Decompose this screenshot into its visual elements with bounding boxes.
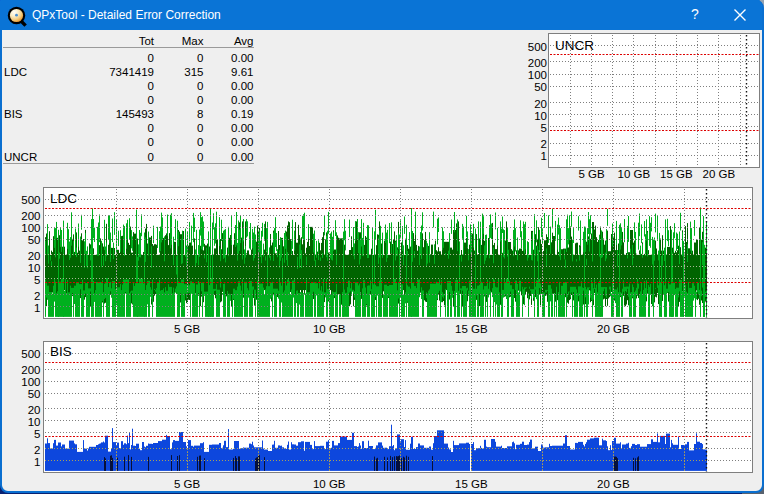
svg-text:5: 5 [34,274,40,286]
svg-text:0: 0 [148,136,154,148]
svg-text:2: 2 [34,290,40,302]
svg-text:5 GB: 5 GB [174,323,201,335]
svg-text:Max: Max [182,35,204,47]
svg-text:0.19: 0.19 [231,108,253,120]
svg-text:10 GB: 10 GB [313,323,346,335]
svg-text:9.61: 9.61 [231,66,253,78]
svg-text:200: 200 [21,364,40,376]
svg-text:Avg: Avg [234,35,254,47]
svg-text:100: 100 [21,376,40,388]
svg-text:LDC: LDC [4,66,27,78]
svg-text:BIS: BIS [4,108,23,120]
svg-text:1: 1 [541,150,547,162]
svg-text:5 GB: 5 GB [174,478,201,490]
svg-text:LDC: LDC [50,191,77,206]
svg-text:UNCR: UNCR [4,151,37,163]
svg-text:0: 0 [148,52,154,64]
svg-text:0.00: 0.00 [231,52,253,64]
svg-text:500: 500 [21,348,40,360]
svg-text:0: 0 [197,122,203,134]
svg-text:0: 0 [148,151,154,163]
svg-text:10: 10 [28,416,41,428]
svg-text:20: 20 [534,98,547,110]
svg-text:10 GB: 10 GB [618,168,651,180]
svg-text:1: 1 [34,302,40,314]
svg-text:1: 1 [34,456,40,468]
svg-text:500: 500 [21,194,40,206]
svg-text:0.00: 0.00 [231,94,253,106]
svg-text:50: 50 [534,81,547,93]
svg-text:8: 8 [197,108,203,120]
svg-text:0: 0 [148,122,154,134]
svg-text:10: 10 [534,110,547,122]
svg-text:20: 20 [28,404,41,416]
svg-text:0.00: 0.00 [231,151,253,163]
svg-text:0: 0 [197,52,203,64]
svg-text:0.00: 0.00 [231,80,253,92]
svg-text:20 GB: 20 GB [597,478,630,490]
svg-text:2: 2 [541,138,547,150]
svg-text:315: 315 [184,66,203,78]
svg-text:20: 20 [28,250,41,262]
svg-text:20 GB: 20 GB [597,323,630,335]
svg-text:145493: 145493 [116,108,154,120]
svg-text:50: 50 [28,234,41,246]
svg-text:200: 200 [21,210,40,222]
svg-text:200: 200 [528,57,547,69]
svg-text:0.00: 0.00 [231,136,253,148]
svg-text:UNCR: UNCR [555,38,594,53]
svg-text:5: 5 [541,122,547,134]
svg-text:0: 0 [148,94,154,106]
svg-text:0: 0 [197,136,203,148]
svg-text:15 GB: 15 GB [455,478,488,490]
svg-text:15 GB: 15 GB [660,168,693,180]
svg-text:0: 0 [197,94,203,106]
svg-text:100: 100 [21,222,40,234]
svg-text:15 GB: 15 GB [455,323,488,335]
svg-text:500: 500 [528,41,547,53]
svg-text:0: 0 [197,80,203,92]
svg-text:10: 10 [28,262,41,274]
svg-text:0.00: 0.00 [231,122,253,134]
svg-text:50: 50 [28,388,41,400]
svg-text:5 GB: 5 GB [578,168,605,180]
svg-text:7341419: 7341419 [109,66,154,78]
svg-text:5: 5 [34,428,40,440]
svg-text:10 GB: 10 GB [313,478,346,490]
svg-text:0: 0 [197,151,203,163]
svg-text:2: 2 [34,444,40,456]
svg-text:100: 100 [528,69,547,81]
svg-text:Tot: Tot [139,35,155,47]
svg-text:0: 0 [148,80,154,92]
svg-text:BIS: BIS [50,344,72,359]
svg-text:20 GB: 20 GB [702,168,735,180]
